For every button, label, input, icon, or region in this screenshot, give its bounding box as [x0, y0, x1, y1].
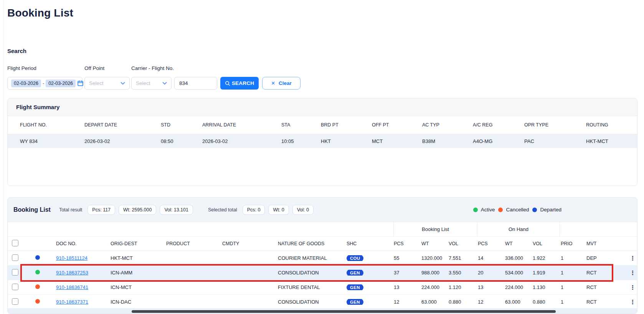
- legend-label: Active: [481, 207, 495, 213]
- doc-no-link[interactable]: 910-18511124: [56, 255, 88, 261]
- table-column-header-row: DOC NO.ORIG-DESTPRODUCTCMDTYNATURE OF GO…: [8, 237, 637, 251]
- shc-badge: GEN: [347, 299, 363, 305]
- carrier-select[interactable]: Select: [131, 77, 172, 90]
- cell-prio: 1: [556, 299, 582, 305]
- doc-no-link[interactable]: 910-18637371: [56, 299, 88, 305]
- cell-bl-vol: 3.550: [444, 270, 474, 276]
- row-menu-button[interactable]: ⋮: [624, 269, 636, 276]
- cell-bl-pcs: 55: [390, 255, 417, 261]
- shc-cell: GEN: [342, 299, 390, 305]
- cell-bl-wt: 63.000: [417, 299, 444, 305]
- off-point-label: Off Point: [84, 65, 104, 71]
- cell-bl-pcs: 13: [390, 284, 417, 290]
- page-left-divider: [3, 0, 3, 314]
- flight-summary-header-bar: Flight Summary: [8, 98, 637, 116]
- doc-no-link[interactable]: 910-18636741: [56, 284, 88, 290]
- flight-period-range-picker[interactable]: 02-03-2026 - 02-03-2026: [7, 77, 83, 90]
- booking-list-panel: Booking List Total result Pcs: 117 Wt: 2…: [7, 197, 637, 314]
- group-header-spacer: [560, 222, 637, 236]
- group-header-spacer: [8, 222, 393, 236]
- shc-cell: GEN: [342, 284, 390, 290]
- column-header: MVT: [582, 241, 624, 246]
- column-header: ARRIVAL DATE: [198, 122, 277, 128]
- actions-cell: ⋮: [624, 255, 637, 262]
- actions-cell: ⋮: [624, 269, 637, 276]
- booking-list-page: Booking List Search Flight Period Off Po…: [0, 0, 644, 314]
- cell-prio: 1: [556, 255, 582, 261]
- flight-summary-row: WY 8342026-03-0208:502026-03-0210:05HKTM…: [8, 134, 637, 148]
- cell-orig-dest: ICN-MCT: [106, 284, 162, 290]
- shc-badge: COU: [347, 255, 363, 261]
- row-menu-button[interactable]: ⋮: [624, 284, 636, 291]
- status-legend: ActiveCancelledDeparted: [473, 207, 631, 213]
- calendar-icon[interactable]: [77, 80, 84, 86]
- actions-cell: ⋮: [624, 284, 637, 291]
- carrier-placeholder: Select: [136, 80, 150, 86]
- column-header: ORIG-DEST: [106, 241, 162, 246]
- flight-no-input[interactable]: [174, 77, 217, 90]
- flight-summary-column-headers: FLIGHT NO.DEPART DATESTDARRIVAL DATESTAB…: [8, 116, 637, 134]
- off-point-placeholder: Select: [89, 80, 104, 86]
- cell-bl-wt: 988.000: [417, 270, 444, 276]
- select-all-checkbox[interactable]: [12, 240, 18, 246]
- table-row: 910-18637253ICN-AMMCONSOLIDATIONGEN37988…: [8, 266, 637, 280]
- column-header: OPR TYPE: [520, 122, 582, 128]
- chevron-down-icon: [121, 82, 125, 85]
- active-status-dot-icon: [473, 208, 478, 212]
- cell-bl-wt: 1320.000: [417, 255, 444, 261]
- page-title: Booking List: [7, 7, 73, 19]
- cell-prio: 1: [556, 270, 582, 276]
- column-header: AC TYP: [418, 122, 469, 128]
- status-cell: [29, 255, 52, 261]
- row-menu-button[interactable]: ⋮: [624, 255, 636, 261]
- cell-oh-vol: 1.919: [528, 270, 556, 276]
- cancelled-status-dot-icon: [35, 284, 40, 289]
- flight-summary-cell: MCT: [368, 138, 418, 144]
- flight-summary-cell: WY 834: [16, 138, 80, 144]
- clear-button[interactable]: ✕ Clear: [262, 77, 301, 90]
- total-vol-chip: Vol: 13.101: [160, 205, 193, 215]
- flight-period-separator: -: [43, 81, 44, 86]
- column-header: WT: [501, 241, 528, 246]
- departed-status-dot-icon: [532, 208, 537, 212]
- horizontal-scrollbar-thumb[interactable]: [132, 310, 556, 313]
- flight-period-label: Flight Period: [7, 65, 36, 71]
- column-header: SHC: [342, 241, 390, 246]
- off-point-select[interactable]: Select: [84, 77, 130, 90]
- booking-list-header-bar: Booking List Total result Pcs: 117 Wt: 2…: [8, 198, 637, 222]
- search-button[interactable]: SEARCH: [220, 77, 259, 90]
- row-checkbox[interactable]: [12, 284, 18, 290]
- row-checkbox[interactable]: [12, 269, 18, 276]
- status-cell: [29, 299, 52, 305]
- booking-list-title: Booking List: [13, 206, 51, 213]
- selected-wt-chip: Wt: 0: [268, 205, 289, 215]
- doc-no-link[interactable]: 910-18637253: [56, 270, 88, 276]
- cancelled-status-dot-icon: [498, 208, 503, 212]
- flight-summary-cell: 10:05: [277, 138, 317, 144]
- table-body: 910-18511124HKT-MCTCOURIER MATERIALCOU55…: [8, 251, 637, 309]
- flight-period-from-value: 02-03-2026: [11, 80, 41, 87]
- cell-mvt: RCT: [582, 299, 624, 305]
- table-group-header-row: Booking List On Hand: [8, 222, 637, 237]
- cell-bl-pcs: 37: [390, 270, 417, 276]
- cell-bl-vol: 1.120: [444, 284, 474, 290]
- row-checkbox[interactable]: [12, 254, 18, 261]
- checkbox-cell: [8, 298, 29, 306]
- cell-oh-wt: 63.000: [501, 299, 528, 305]
- flight-summary-cell: HKT: [317, 138, 368, 144]
- row-menu-button[interactable]: ⋮: [624, 299, 636, 305]
- column-header: PCS: [474, 241, 501, 246]
- search-button-label: SEARCH: [232, 80, 254, 86]
- cell-bl-pcs: 12: [390, 299, 417, 305]
- cell-bl-wt: 224.000: [417, 284, 444, 290]
- flight-period-to-value: 02-03-2026: [46, 80, 76, 87]
- select-all-cell: [8, 240, 29, 248]
- clear-button-label: Clear: [279, 80, 292, 86]
- row-checkbox[interactable]: [12, 298, 18, 305]
- column-header: A/C REG: [469, 122, 520, 128]
- shc-cell: COU: [342, 255, 390, 261]
- column-header: ROUTING: [582, 122, 629, 128]
- flight-summary-cell: A4O-MG: [469, 138, 520, 144]
- cell-mvt: DEP: [582, 255, 624, 261]
- cell-oh-vol: 1.922: [528, 255, 556, 261]
